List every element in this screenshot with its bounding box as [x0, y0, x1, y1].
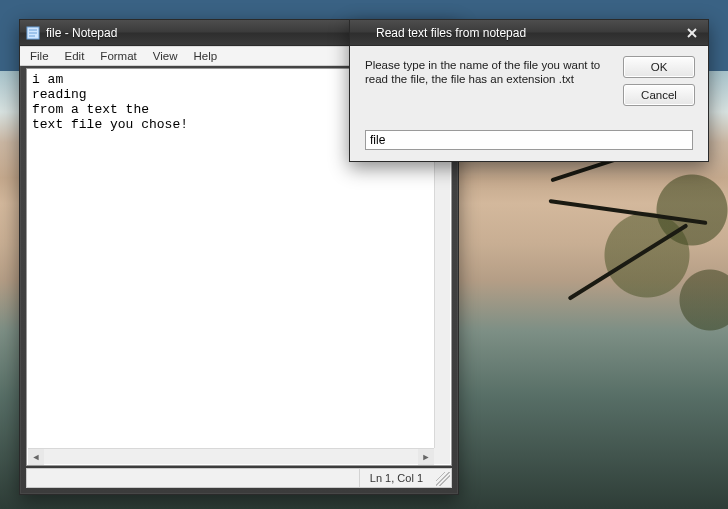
menu-view[interactable]: View: [145, 48, 186, 64]
filename-input[interactable]: file: [365, 130, 693, 150]
filename-input-value: file: [370, 133, 385, 147]
menu-help[interactable]: Help: [186, 48, 226, 64]
close-icon[interactable]: [682, 25, 702, 41]
dialog-message: Please type in the name of the file you …: [365, 56, 611, 106]
horizontal-scrollbar[interactable]: ◄ ►: [28, 448, 434, 464]
input-dialog-window: Read text files from notepad Please type…: [349, 19, 709, 162]
menu-edit[interactable]: Edit: [57, 48, 93, 64]
resize-grip[interactable]: [436, 472, 450, 486]
menu-format[interactable]: Format: [92, 48, 144, 64]
cancel-button[interactable]: Cancel: [623, 84, 695, 106]
notepad-statusbar: Ln 1, Col 1: [26, 468, 452, 488]
ok-button[interactable]: OK: [623, 56, 695, 78]
notepad-icon: [26, 26, 40, 40]
dialog-titlebar[interactable]: Read text files from notepad: [350, 20, 708, 46]
dialog-body: Please type in the name of the file you …: [351, 46, 707, 160]
dialog-title: Read text files from notepad: [376, 26, 526, 40]
dialog-icon: [356, 26, 370, 40]
scroll-right-icon[interactable]: ►: [418, 449, 434, 465]
scrollbar-corner: [434, 448, 450, 464]
menu-file[interactable]: File: [22, 48, 57, 64]
scroll-left-icon[interactable]: ◄: [28, 449, 44, 465]
notepad-title: file - Notepad: [46, 26, 117, 40]
